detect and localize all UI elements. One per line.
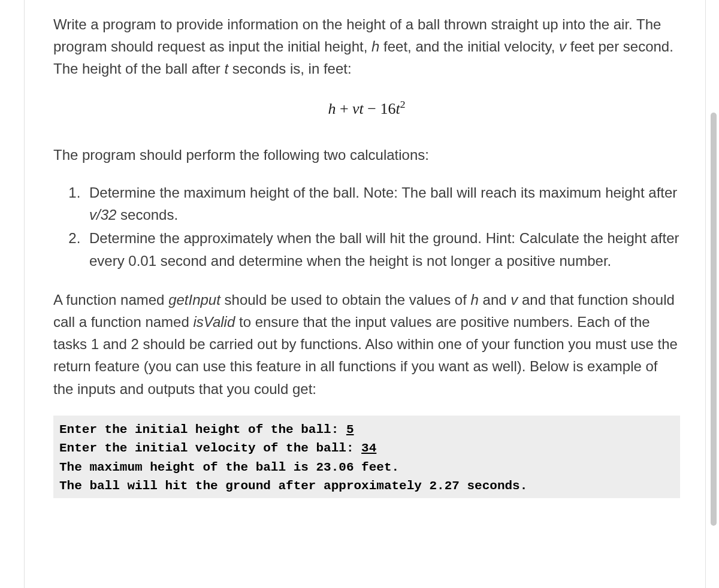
scrollbar-track[interactable] [708,0,717,588]
code-line3: The maximum height of the ball is 23.06 … [59,460,399,474]
intro-text-4: seconds is, in feet: [228,60,351,77]
fn-isvalid: isValid [193,314,235,330]
p3-a: A function named [53,292,168,308]
formula-exponent: 2 [400,98,406,110]
height-formula: h + vt − 16t2 [53,97,680,121]
formula-vt: vt [352,100,364,117]
code-line2-prompt: Enter the initial velocity of the ball: [59,441,361,455]
variable-h: h [371,38,379,54]
item1-text-a: Determine the maximum height of the ball… [89,184,677,201]
list-item: Determine the maximum height of the ball… [84,181,680,226]
calculations-list: Determine the maximum height of the ball… [53,181,680,272]
formula-plus: + [336,100,352,117]
example-output: Enter the initial height of the ball: 5 … [53,416,680,498]
formula-coef: 16 [380,100,396,117]
p3-b: should be used to obtain the values of [220,292,471,308]
functions-paragraph: A function named getInput should be used… [53,289,680,400]
fn-getinput: getInput [168,292,220,308]
code-line4: The ball will hit the ground after appro… [59,479,527,493]
document-page: Write a program to provide information o… [24,0,706,588]
item1-v32: v/32 [89,207,116,223]
var-h: h [471,292,479,308]
formula-minus: − [364,100,380,117]
p3-c: and [479,292,510,308]
intro-text-2: feet, and the initial velocity, [379,38,559,54]
scrollbar-thumb[interactable] [711,113,717,526]
formula-h: h [328,100,336,117]
code-line1-input: 5 [346,423,354,437]
variable-v: v [559,38,566,54]
formula-t: t [396,100,400,117]
calculations-intro: The program should perform the following… [53,144,680,166]
code-line2-input: 34 [361,441,376,455]
intro-paragraph: Write a program to provide information o… [53,13,680,80]
item1-text-b: seconds. [116,207,178,223]
item2-text: Determine the approximately when the bal… [89,230,679,268]
code-line1-prompt: Enter the initial height of the ball: [59,423,346,437]
list-item: Determine the approximately when the bal… [84,227,680,271]
var-v: v [510,292,518,308]
